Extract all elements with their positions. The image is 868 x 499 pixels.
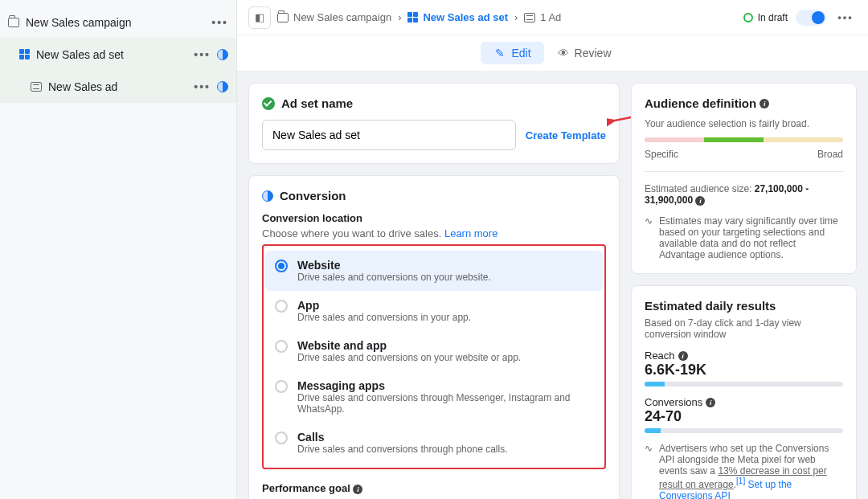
reach-bar: [645, 382, 843, 387]
conversion-title: Conversion: [280, 189, 346, 202]
more-icon[interactable]: •••: [211, 16, 228, 29]
audience-definition-card: Audience definition i Your audience sele…: [631, 83, 857, 274]
conversion-location-options: WebsiteDrive sales and conversions on yo…: [262, 244, 606, 469]
tree-campaign[interactable]: New Sales campaign •••: [0, 6, 236, 39]
option-calls[interactable]: CallsDrive sales and conversions through…: [265, 423, 603, 463]
conversion-icon: [262, 190, 273, 202]
tree-adset-label: New Sales ad set: [36, 48, 124, 61]
collapse-panel-button[interactable]: ◧: [248, 6, 271, 29]
more-icon[interactable]: •••: [194, 80, 211, 93]
audience-title: Audience definition: [645, 96, 756, 110]
radio-icon: [275, 432, 288, 444]
tree-ad-label: New Sales ad: [48, 80, 117, 93]
adset-name-input[interactable]: [262, 120, 516, 150]
crumb-campaign[interactable]: New Sales campaign: [277, 11, 391, 23]
folder-icon: [8, 18, 19, 27]
draft-icon: [743, 13, 753, 22]
tabs: ✎Edit 👁Review: [237, 35, 868, 72]
option-messaging-apps[interactable]: Messaging appsDrive sales and conversion…: [265, 371, 603, 423]
radio-icon: [275, 300, 288, 313]
tree-ad[interactable]: New Sales ad •••: [0, 71, 236, 103]
status-icon: [217, 49, 228, 60]
option-website-and-app[interactable]: Website and appDrive sales and conversio…: [265, 331, 603, 371]
adset-icon: [407, 12, 418, 22]
ad-icon: [524, 13, 535, 22]
performance-goal-label: Performance goal: [262, 482, 350, 494]
radio-icon: [275, 260, 288, 272]
ad-icon: [31, 82, 42, 92]
conversions-value: 24-70: [645, 408, 843, 425]
topbar: ◧ New Sales campaign › New Sales ad set …: [237, 0, 868, 35]
chevron-right-icon: ›: [514, 11, 518, 23]
chevron-right-icon: ›: [398, 11, 401, 23]
conversion-location-label: Conversion location: [262, 212, 606, 224]
tree-adset[interactable]: New Sales ad set •••: [0, 39, 236, 71]
conversions-bar: [645, 428, 843, 433]
info-icon[interactable]: i: [695, 196, 705, 206]
sparkline-icon: ∿: [645, 215, 653, 260]
option-website[interactable]: WebsiteDrive sales and conversions on yo…: [265, 251, 603, 291]
radio-icon: [275, 340, 288, 353]
option-app[interactable]: AppDrive sales and conversions in your a…: [265, 291, 603, 331]
info-icon[interactable]: i: [760, 99, 769, 108]
crumb-ad[interactable]: 1 Ad: [524, 11, 561, 23]
sparkline-icon: ∿: [645, 443, 653, 499]
reach-value: 6.6K-19K: [645, 362, 843, 378]
create-template-button[interactable]: Create Template: [526, 129, 606, 141]
tab-edit[interactable]: ✎Edit: [481, 42, 543, 64]
status-badge: In draft: [743, 12, 788, 23]
estimated-title: Estimated daily results: [645, 299, 843, 313]
tree-campaign-label: New Sales campaign: [26, 16, 132, 29]
adset-name-card: Ad set name Create Template: [248, 83, 620, 164]
svg-line-1: [615, 88, 631, 121]
adset-icon: [19, 49, 30, 59]
info-icon[interactable]: i: [353, 485, 362, 494]
adset-card-title: Ad set name: [281, 96, 353, 110]
breadcrumb: ◧ New Sales campaign › New Sales ad set …: [248, 6, 561, 29]
pencil-icon: ✎: [493, 47, 506, 59]
audience-gauge: [645, 137, 843, 142]
more-menu-button[interactable]: •••: [834, 6, 857, 29]
crumb-adset[interactable]: New Sales ad set: [407, 11, 508, 23]
publish-toggle[interactable]: [796, 10, 826, 26]
annotation-arrow: [607, 84, 631, 132]
audience-desc: Your audience selection is fairly broad.: [645, 118, 843, 129]
folder-icon: [277, 13, 289, 22]
tab-review[interactable]: 👁Review: [544, 42, 624, 64]
conversion-card: Conversion Conversion location Choose wh…: [248, 175, 620, 499]
learn-more-link[interactable]: Learn more: [444, 227, 497, 239]
estimated-results-card: Estimated daily results Based on 7-day c…: [631, 285, 857, 499]
status-icon: [217, 81, 228, 92]
eye-icon: 👁: [557, 47, 570, 59]
info-icon[interactable]: i: [706, 398, 715, 407]
more-icon[interactable]: •••: [194, 48, 211, 61]
panel-icon: ◧: [255, 11, 264, 23]
info-icon[interactable]: i: [678, 351, 688, 361]
more-icon: •••: [837, 11, 854, 23]
nav-sidebar: New Sales campaign ••• New Sales ad set …: [0, 0, 237, 499]
check-icon: [262, 97, 275, 110]
radio-icon: [275, 380, 288, 393]
